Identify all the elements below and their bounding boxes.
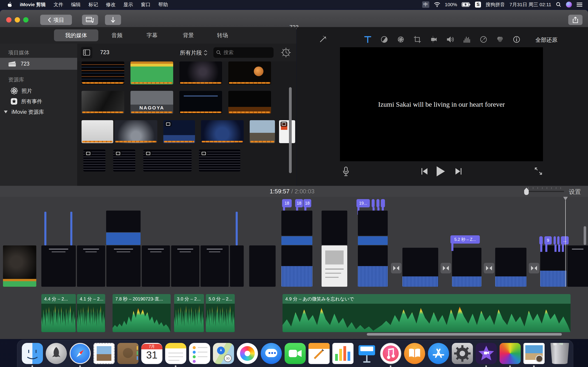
timeline-clip[interactable] <box>142 245 170 287</box>
tab-backgrounds[interactable]: 背景 <box>176 29 201 41</box>
marker-flag-narrow[interactable] <box>553 236 556 244</box>
dock-imovie-icon[interactable] <box>476 343 497 364</box>
media-audio-browser-button[interactable] <box>82 15 98 25</box>
marker-flag[interactable]: 5.2 秒 – Z... <box>450 235 480 244</box>
voiceover-mic-button[interactable] <box>342 167 349 177</box>
dock-safari-icon[interactable] <box>69 343 91 364</box>
media-thumb-tracklist-still-1[interactable] <box>83 150 105 172</box>
audio-clip[interactable]: 5.0 分 – 2... <box>206 294 235 332</box>
menu-item-window[interactable]: 窗口 <box>141 1 150 8</box>
dock-system-preferences-icon[interactable] <box>452 343 473 364</box>
dock-reminders-icon[interactable] <box>189 343 210 364</box>
dock-books-icon[interactable] <box>404 343 425 364</box>
connected-title-pin[interactable] <box>44 212 46 245</box>
menu-item-view[interactable]: 显示 <box>123 1 133 8</box>
audio-clip[interactable]: 4.1 分 – 2... <box>77 294 105 332</box>
menu-item-edit[interactable]: 编辑 <box>71 1 81 8</box>
timeline-clip[interactable] <box>402 248 438 287</box>
connected-clip-audio[interactable] <box>106 233 141 245</box>
dock-color-wheel-icon[interactable] <box>500 343 521 364</box>
timeline-settings-button[interactable]: 设置 <box>569 188 581 196</box>
media-thumb-portrait-photo[interactable] <box>82 120 113 143</box>
sidebar-item-photos[interactable]: 照片 <box>0 86 77 95</box>
timeline-clip[interactable] <box>358 245 388 287</box>
marker-flag[interactable]: 18 <box>295 199 303 207</box>
timeline-clip[interactable] <box>171 245 199 287</box>
marker-flag-narrow[interactable] <box>376 199 380 207</box>
marker-flag-narrow[interactable] <box>381 199 385 207</box>
marker-flag[interactable]: 9 <box>544 236 552 244</box>
tab-my-media[interactable]: 我的媒体 <box>54 29 98 41</box>
sidebar-toggle-button[interactable] <box>81 47 92 58</box>
timeline-clip[interactable] <box>200 245 229 287</box>
timeline-clip[interactable] <box>230 245 244 287</box>
media-thumb-tracklist-still-2[interactable] <box>113 150 135 172</box>
dock-calendar-icon[interactable]: 7月 31 <box>141 343 162 364</box>
timeline-vertical-scrollbar[interactable] <box>584 226 586 245</box>
zoom-slider-track[interactable] <box>527 191 564 192</box>
timeline-clip[interactable] <box>567 245 588 287</box>
connected-clip-thumb[interactable] <box>358 211 388 236</box>
media-thumb-concert-video-2[interactable] <box>201 120 244 143</box>
search-input[interactable] <box>223 49 263 56</box>
share-button[interactable] <box>568 15 582 25</box>
fullscreen-button[interactable] <box>534 167 543 175</box>
dock-trash-icon[interactable] <box>549 343 570 364</box>
media-thumb-concert-video-1[interactable] <box>179 61 222 84</box>
media-thumb-nagoya-video[interactable]: NAGOYA <box>130 91 173 114</box>
battery-icon[interactable] <box>462 2 470 7</box>
media-thumb-piano-video[interactable] <box>82 91 124 114</box>
dock-contacts-icon[interactable] <box>117 343 138 364</box>
transition-icon[interactable] <box>484 263 494 273</box>
media-thumb-screen-still[interactable] <box>163 120 195 143</box>
dock-maps-icon[interactable]: 3D <box>213 343 234 364</box>
menu-item-mark[interactable]: 标记 <box>88 1 98 8</box>
playhead-handle[interactable] <box>563 197 568 200</box>
timeline-clip-guitarist[interactable] <box>3 245 36 287</box>
connected-clip-thumb[interactable] <box>321 211 347 245</box>
audio-clip[interactable]: 4.9 分 – あの微笑みを忘れないで <box>283 294 571 332</box>
media-thumb-stage-smoke-video[interactable] <box>115 120 157 143</box>
connected-clip-audio[interactable] <box>281 236 312 245</box>
menu-item-modify[interactable]: 修改 <box>106 1 115 8</box>
dock-photos-icon[interactable] <box>237 343 258 364</box>
play-button[interactable] <box>436 166 446 177</box>
clip-filter-dropdown[interactable]: 所有片段 <box>180 49 208 56</box>
media-thumb-document-still[interactable] <box>279 120 295 143</box>
wifi-icon[interactable] <box>434 2 440 7</box>
minimize-window-button[interactable] <box>15 17 20 23</box>
notification-center-icon[interactable] <box>577 2 582 7</box>
spotlight-icon[interactable] <box>556 2 561 7</box>
volume-button[interactable] <box>445 34 456 44</box>
sidebar-item-all-events[interactable]: 所有事件 <box>0 97 77 106</box>
connected-clip-audio[interactable] <box>358 236 388 245</box>
dock-finder-icon[interactable] <box>22 343 43 364</box>
playhead[interactable] <box>565 197 566 287</box>
marker-flag[interactable]: ... <box>561 236 569 244</box>
tab-titles[interactable]: 字幕 <box>140 29 164 41</box>
connected-title-pin[interactable] <box>70 212 72 245</box>
search-field[interactable] <box>213 47 274 58</box>
transition-icon[interactable] <box>441 263 451 273</box>
marker-flag[interactable]: 18 <box>303 199 311 207</box>
media-thumb-crane-video[interactable] <box>250 120 275 143</box>
color-balance-button[interactable] <box>379 34 389 44</box>
audio-clip[interactable]: 3.0 分 – 2... <box>174 294 204 332</box>
transition-icon[interactable] <box>391 263 401 273</box>
menu-app-name[interactable]: iMovie 剪辑 <box>20 1 46 8</box>
clip-filter-effects-button[interactable] <box>495 34 505 44</box>
connected-title-pin[interactable] <box>236 212 238 245</box>
menu-datetime[interactable]: 7月31日 周三 02:11 <box>510 1 551 8</box>
dock-messages-icon[interactable] <box>261 343 282 364</box>
media-thumb-dark-video[interactable] <box>228 91 271 114</box>
sidebar-item-project-723[interactable]: 723 <box>0 58 77 70</box>
timeline-horizontal-scrollbar[interactable] <box>367 333 562 336</box>
marker-flag-narrow[interactable] <box>372 199 375 207</box>
zoom-window-button[interactable] <box>23 17 28 23</box>
ime-name[interactable]: 搜狗拼音 <box>485 1 505 8</box>
transition-icon[interactable] <box>529 263 539 273</box>
clip-appearance-button[interactable] <box>281 47 291 58</box>
sogou-ime-icon[interactable]: S <box>475 2 481 8</box>
enhance-wand-button[interactable] <box>318 34 328 44</box>
media-thumb-tracklist-still-3[interactable] <box>143 150 191 172</box>
